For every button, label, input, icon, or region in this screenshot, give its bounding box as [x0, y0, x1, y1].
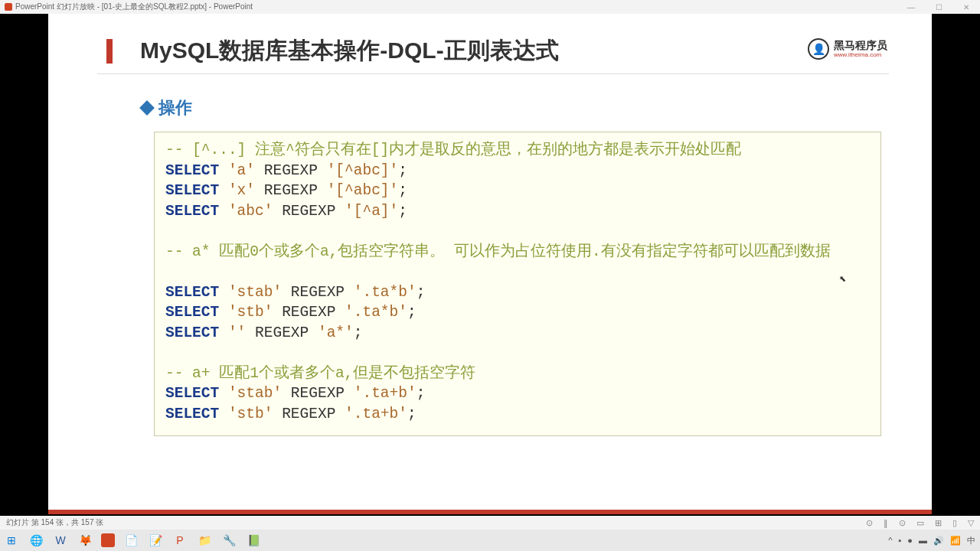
logo-text: 黑马程序员: [834, 40, 887, 51]
code-comment: -- [^...] 注意^符合只有在[]内才是取反的意思，在别的地方都是表示开始…: [165, 142, 741, 158]
brand-logo: 👤 黑马程序员 www.itheima.com: [808, 38, 887, 60]
sql-string: 'stab': [228, 284, 282, 301]
sql-end: ;: [416, 385, 426, 402]
browser-icon[interactable]: 🦊: [77, 532, 93, 549]
sql-string: '[^abc]': [327, 162, 399, 179]
close-button[interactable]: ✕: [952, 0, 980, 14]
sql-end: ;: [407, 304, 416, 321]
sql-end: ;: [398, 182, 407, 199]
volume-icon[interactable]: 🔊: [933, 536, 944, 546]
sql-end: ;: [416, 284, 426, 301]
powerpoint-taskbar-icon[interactable]: P: [172, 532, 188, 549]
explorer-icon[interactable]: 📁: [196, 532, 213, 549]
chrome-icon[interactable]: 🌐: [28, 532, 44, 549]
slide-title-row: MySQL数据库基本操作-DQL-正则表达式: [106, 35, 559, 67]
sql-string: 'stab': [228, 385, 282, 402]
diamond-bullet-icon: [139, 100, 155, 116]
start-button[interactable]: ⊞: [3, 532, 20, 549]
sql-string: '.ta+b': [354, 385, 416, 402]
app2-icon[interactable]: 📗: [245, 532, 262, 549]
sql-end: ;: [398, 203, 407, 220]
section-header: 操作: [142, 96, 192, 119]
app-icon[interactable]: [101, 533, 115, 547]
sql-string: '.ta*b': [354, 284, 416, 301]
sql-keyword: SELECT: [165, 162, 219, 179]
next-slide-button[interactable]: ⊙: [899, 518, 906, 528]
sql-string: '[^abc]': [327, 182, 399, 199]
sql-op: REGEXP: [282, 385, 354, 402]
slide-footer-bar: [48, 510, 932, 514]
window-titlebar: PowerPoint 幻灯片放映 - [01-史上最全的SQL教程2.pptx]…: [0, 0, 980, 14]
logo-url: www.itheima.com: [834, 51, 887, 58]
sorter-view-button[interactable]: ⊞: [935, 518, 942, 528]
window-title: PowerPoint 幻灯片放映 - [01-史上最全的SQL教程2.pptx]…: [15, 2, 253, 12]
section-label: 操作: [158, 96, 192, 119]
minimize-button[interactable]: —: [897, 0, 925, 14]
sql-string: 'stb': [228, 304, 273, 321]
code-comment: -- a+ 匹配1个或者多个a,但是不包括空字符: [165, 365, 475, 382]
status-bar: 幻灯片 第 154 张，共 157 张 ⊙ ‖ ⊙ ▭ ⊞ ▯ ▽: [0, 516, 980, 530]
sql-string: '': [228, 324, 246, 341]
tool-icon[interactable]: 🔧: [220, 532, 237, 549]
sql-keyword: SELECT: [165, 182, 219, 199]
sql-string: 'x': [219, 182, 255, 199]
slide-content: MySQL数据库基本操作-DQL-正则表达式 👤 黑马程序员 www.ithei…: [48, 14, 932, 514]
sql-keyword: SELECT: [165, 385, 219, 402]
ime-icon[interactable]: 中: [967, 535, 975, 546]
sql-keyword: SELECT: [165, 203, 219, 220]
battery-icon[interactable]: ▬: [919, 536, 927, 545]
sql-string: '.ta+b': [345, 406, 407, 422]
editor-icon[interactable]: 📝: [147, 532, 164, 549]
system-tray: ^ ▪ ● ▬ 🔊 📶 中: [888, 535, 975, 546]
sql-end: ;: [398, 162, 407, 179]
reading-view-button[interactable]: ▯: [952, 518, 957, 528]
powerpoint-icon: [5, 3, 12, 11]
sql-op: REGEXP: [273, 304, 345, 321]
sql-keyword: SELECT: [165, 284, 219, 301]
prev-slide-button[interactable]: ⊙: [866, 518, 873, 528]
sql-keyword: SELECT: [165, 406, 219, 422]
sql-keyword: SELECT: [165, 324, 219, 341]
sql-end: ;: [407, 406, 416, 422]
code-comment: -- a* 匹配0个或多个a,包括空字符串。 可以作为占位符使用.有没有指定字符…: [165, 243, 831, 260]
sql-op: REGEXP: [282, 284, 354, 301]
sql-string: '.ta*b': [345, 304, 407, 321]
normal-view-button[interactable]: ▭: [916, 518, 924, 528]
status-right-controls: ⊙ ‖ ⊙ ▭ ⊞ ▯ ▽: [866, 518, 974, 528]
window-controls: — ☐ ✕: [897, 0, 980, 14]
pause-button[interactable]: ‖: [884, 518, 888, 528]
mouse-cursor-icon: ⬉: [839, 274, 846, 284]
title-divider: [97, 73, 889, 74]
slideshow-view-button[interactable]: ▽: [968, 518, 974, 528]
sql-op: REGEXP: [255, 182, 327, 199]
slide-title: MySQL数据库基本操作-DQL-正则表达式: [140, 35, 559, 67]
sql-string: 'a*': [318, 324, 354, 341]
title-accent-bar: [106, 39, 113, 64]
tray-app-icon[interactable]: ▪: [898, 536, 901, 545]
slide-show-area[interactable]: MySQL数据库基本操作-DQL-正则表达式 👤 黑马程序员 www.ithei…: [0, 14, 980, 516]
sql-keyword: SELECT: [165, 304, 219, 321]
slide-counter: 幻灯片 第 154 张，共 157 张: [6, 517, 103, 528]
tray-status-icon[interactable]: ●: [907, 536, 913, 545]
sql-string: 'a': [219, 162, 255, 179]
sql-end: ;: [354, 324, 363, 341]
maximize-button[interactable]: ☐: [925, 0, 952, 14]
code-block: -- [^...] 注意^符合只有在[]内才是取反的意思，在别的地方都是表示开始…: [154, 132, 881, 436]
windows-taskbar: ⊞ 🌐 W 🦊 📄 📝 P 📁 🔧 📗 ^ ▪ ● ▬ 🔊 📶 中: [0, 530, 980, 551]
sql-op: REGEXP: [273, 406, 345, 422]
notepad-icon[interactable]: 📄: [122, 532, 139, 549]
sql-string: 'stb': [228, 406, 273, 422]
sql-string: '[^a]': [345, 203, 398, 220]
sql-op: REGEXP: [273, 203, 345, 220]
logo-icon: 👤: [808, 38, 829, 60]
network-icon[interactable]: 📶: [950, 536, 961, 546]
sql-op: REGEXP: [246, 324, 318, 341]
word-icon[interactable]: W: [52, 532, 69, 549]
sql-string: 'abc': [219, 203, 273, 220]
tray-up-icon[interactable]: ^: [888, 536, 892, 545]
sql-op: REGEXP: [255, 162, 327, 179]
